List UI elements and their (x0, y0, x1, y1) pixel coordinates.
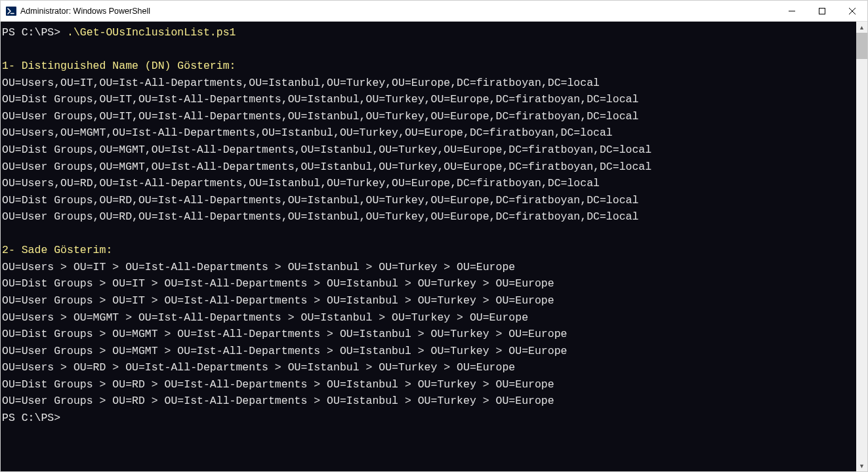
dn-line: OU=Users,OU=MGMT,OU=Ist-All-Departments,… (2, 127, 613, 139)
dn-line: OU=Users,OU=IT,OU=Ist-All-Departments,OU… (2, 77, 600, 89)
sade-line: OU=Dist Groups > OU=IT > OU=Ist-All-Depa… (2, 277, 554, 290)
sade-line: OU=Users > OU=RD > OU=Ist-All-Department… (2, 361, 515, 374)
scrollbar-up-button[interactable]: ▲ (856, 22, 867, 33)
sade-line: OU=Dist Groups > OU=MGMT > OU=Ist-All-De… (2, 328, 567, 340)
blank-line (2, 41, 855, 58)
dn-line: OU=Dist Groups,OU=RD,OU=Ist-All-Departme… (2, 194, 638, 206)
section-heading-sade: 2- Sade Gösterim: (2, 244, 112, 256)
close-button[interactable] (837, 1, 867, 21)
scrollbar-down-button[interactable]: ▼ (856, 460, 867, 471)
dn-line: OU=User Groups,OU=MGMT,OU=Ist-All-Depart… (2, 161, 651, 173)
dn-line: OU=Users,OU=RD,OU=Ist-All-Departments,OU… (2, 177, 600, 189)
dn-line: OU=Dist Groups,OU=IT,OU=Ist-All-Departme… (2, 93, 638, 106)
scrollbar-thumb[interactable] (856, 33, 867, 59)
dn-line: OU=User Groups,OU=RD,OU=Ist-All-Departme… (2, 210, 638, 223)
scrollbar-track[interactable] (856, 33, 867, 460)
maximize-button[interactable] (807, 1, 837, 21)
svg-rect-0 (6, 7, 16, 16)
prompt-line: PS C:\PS> (2, 26, 67, 39)
powershell-icon (6, 6, 16, 16)
minimize-button[interactable] (777, 1, 807, 21)
svg-rect-3 (819, 8, 825, 14)
vertical-scrollbar[interactable]: ▲ ▼ (856, 22, 867, 471)
section-heading-dn: 1- Distinguished Name (DN) Gösterim: (2, 60, 236, 72)
sade-line: OU=Users > OU=MGMT > OU=Ist-All-Departme… (2, 311, 528, 324)
prompt-line: PS C:\PS> (2, 412, 60, 424)
titlebar[interactable]: Administrator: Windows PowerShell (1, 1, 867, 22)
blank-line (2, 226, 855, 243)
window-title: Administrator: Windows PowerShell (20, 7, 777, 16)
window-controls (777, 1, 867, 21)
dn-line: OU=User Groups,OU=IT,OU=Ist-All-Departme… (2, 110, 638, 123)
sade-line: OU=User Groups > OU=IT > OU=Ist-All-Depa… (2, 294, 554, 307)
sade-line: OU=Dist Groups > OU=RD > OU=Ist-All-Depa… (2, 378, 554, 391)
dn-line: OU=Dist Groups,OU=MGMT,OU=Ist-All-Depart… (2, 144, 651, 156)
sade-line: OU=User Groups > OU=RD > OU=Ist-All-Depa… (2, 395, 554, 407)
command-text: .\Get-OUsInclusionList.ps1 (67, 26, 236, 39)
sade-line: OU=User Groups > OU=MGMT > OU=Ist-All-De… (2, 345, 567, 357)
terminal-output[interactable]: PS C:\PS> .\Get-OUsInclusionList.ps1 1- … (1, 22, 856, 471)
sade-line: OU=Users > OU=IT > OU=Ist-All-Department… (2, 261, 515, 273)
